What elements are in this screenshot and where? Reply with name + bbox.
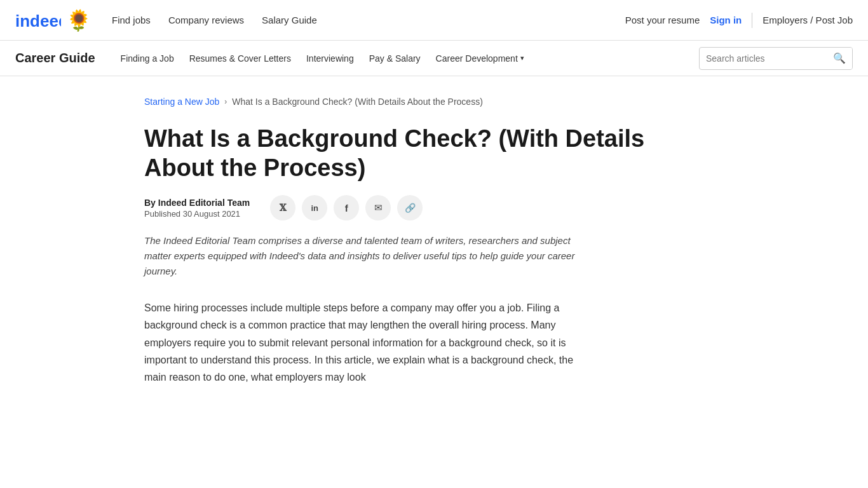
career-development-link[interactable]: Career Development ▾ xyxy=(431,51,529,66)
search-articles-wrapper: 🔍 xyxy=(699,47,853,70)
employers-link[interactable]: Employers / Post Job xyxy=(763,15,853,25)
main-content: Starting a New Job › What Is a Backgroun… xyxy=(0,76,868,416)
finding-a-job-link[interactable]: Finding a Job xyxy=(116,51,179,66)
share-twitter-button[interactable]: 𝕏 xyxy=(270,195,295,220)
interviewing-link[interactable]: Interviewing xyxy=(301,51,359,66)
email-icon: ✉ xyxy=(374,202,383,214)
article-title: What Is a Background Check? (With Detail… xyxy=(144,125,691,182)
search-icon: 🔍 xyxy=(833,52,846,64)
top-navigation: indeed 🌻 Find jobs Company reviews Salar… xyxy=(0,0,868,41)
editorial-note: The Indeed Editorial Team comprises a di… xyxy=(144,233,589,279)
svg-text:indeed: indeed xyxy=(15,11,61,30)
indeed-logo: indeed xyxy=(15,10,61,30)
search-articles-button[interactable]: 🔍 xyxy=(827,48,852,69)
twitter-icon: 𝕏 xyxy=(280,203,287,214)
breadcrumb-separator: › xyxy=(224,97,227,106)
career-nav-links: Finding a Job Resumes & Cover Letters In… xyxy=(116,51,699,66)
share-facebook-button[interactable]: f xyxy=(334,195,359,220)
publish-date: Published 30 August 2021 xyxy=(144,209,250,219)
author-section: By Indeed Editorial Team Published 30 Au… xyxy=(144,195,724,220)
facebook-icon: f xyxy=(345,203,348,214)
indeed-logo-link[interactable]: indeed 🌻 xyxy=(15,10,92,30)
sign-in-link[interactable]: Sign in xyxy=(710,15,742,25)
link-icon: 🔗 xyxy=(405,203,416,213)
nav-divider xyxy=(752,13,752,28)
company-reviews-link[interactable]: Company reviews xyxy=(168,15,244,25)
article-body: Some hiring processes include multiple s… xyxy=(144,299,589,386)
post-resume-link[interactable]: Post your resume xyxy=(625,15,700,25)
linkedin-icon: in xyxy=(311,203,318,213)
find-jobs-link[interactable]: Find jobs xyxy=(112,15,151,25)
breadcrumb-current: What Is a Background Check? (With Detail… xyxy=(232,97,483,107)
sunflower-icon: 🌻 xyxy=(66,10,92,30)
breadcrumb-parent-link[interactable]: Starting a New Job xyxy=(144,97,219,107)
copy-link-button[interactable]: 🔗 xyxy=(397,195,423,220)
article-body-text: Some hiring processes include multiple s… xyxy=(144,299,589,386)
breadcrumb: Starting a New Job › What Is a Backgroun… xyxy=(144,97,724,107)
author-name: By Indeed Editorial Team xyxy=(144,198,250,208)
share-email-button[interactable]: ✉ xyxy=(365,195,391,220)
chevron-down-icon: ▾ xyxy=(520,54,524,62)
top-nav-right: Post your resume Sign in Employers / Pos… xyxy=(625,13,853,28)
career-guide-title: Career Guide xyxy=(15,51,95,65)
career-guide-navigation: Career Guide Finding a Job Resumes & Cov… xyxy=(0,41,868,76)
author-info: By Indeed Editorial Team Published 30 Au… xyxy=(144,198,250,219)
search-articles-input[interactable] xyxy=(700,53,827,64)
resumes-cover-letters-link[interactable]: Resumes & Cover Letters xyxy=(184,51,296,66)
share-linkedin-button[interactable]: in xyxy=(302,195,327,220)
pay-salary-link[interactable]: Pay & Salary xyxy=(364,51,426,66)
social-share-icons: 𝕏 in f ✉ 🔗 xyxy=(270,195,423,220)
salary-guide-link[interactable]: Salary Guide xyxy=(262,15,317,25)
top-nav-links: Find jobs Company reviews Salary Guide xyxy=(112,15,625,25)
